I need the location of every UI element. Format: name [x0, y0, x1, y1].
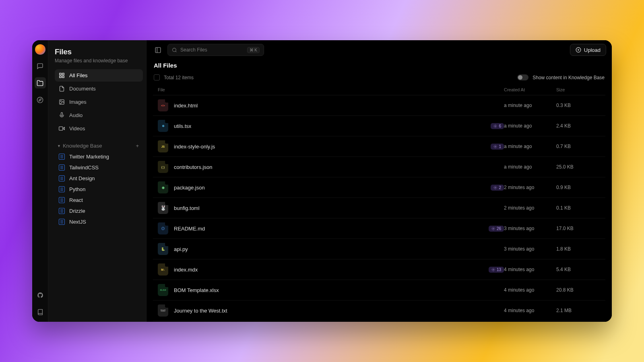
kb-header: ▼ Knowledge Base + [55, 140, 143, 151]
table-row[interactable]: ⚛utils.tsx6a minute ago2.4 KB [153, 116, 605, 136]
app-window: Files Manage files and knowledge base Al… [32, 40, 612, 322]
kb-toggle[interactable] [517, 74, 528, 80]
file-name: bunfig.toml [174, 205, 200, 211]
file-name: api.py [174, 246, 188, 252]
nav-label: Audio [69, 112, 83, 118]
table-row[interactable]: { }contributors.jsona minute ago25.0 KB [153, 157, 605, 177]
file-size: 1.8 KB [556, 246, 601, 252]
file-icon: ⚛ [158, 120, 168, 132]
file-icon: ⓘ [158, 222, 168, 234]
select-all-checkbox[interactable] [154, 74, 160, 80]
search-input[interactable] [180, 47, 244, 53]
table-row[interactable]: ▬sbsresb.pdf32 days ago477.7 KB [153, 321, 605, 322]
grid-icon [59, 72, 65, 78]
kb-item-drizzle[interactable]: Drizzle [55, 206, 143, 216]
image-icon [59, 99, 65, 105]
total-count-label: Total 12 items [164, 75, 194, 80]
plus-icon[interactable]: + [136, 143, 139, 149]
svg-point-18 [495, 146, 496, 147]
table-row[interactable]: 🐍api.py3 minutes ago1.8 KB [153, 239, 605, 259]
table-body: <>index.htmla minute ago0.3 KB⚛utils.tsx… [153, 95, 605, 322]
table-row[interactable]: 🐰bunfig.toml2 minutes ago0.1 KB [153, 198, 605, 218]
table-row[interactable]: JSindex-style-only.js1a minute ago0.7 KB [153, 136, 605, 157]
file-icon: <> [158, 99, 168, 111]
file-created: 3 minutes ago [504, 246, 556, 252]
file-created: 4 minutes ago [504, 287, 556, 293]
sidebar-item-audio[interactable]: Audio [55, 109, 143, 121]
file-name: Journey to the West.txt [174, 308, 227, 314]
file-size: 25.0 KB [556, 164, 601, 170]
avatar[interactable] [35, 44, 45, 55]
file-name: BOM Template.xlsx [174, 287, 219, 293]
file-created: 2 minutes ago [504, 205, 556, 211]
compass-icon[interactable] [35, 94, 46, 105]
kb-label: React [69, 197, 83, 203]
file-size: 0.1 KB [556, 205, 601, 211]
sidebar-item-documents[interactable]: Documents [55, 82, 143, 95]
table-row[interactable]: <>index.htmla minute ago0.3 KB [153, 95, 605, 116]
file-size: 20.8 KB [556, 287, 601, 293]
file-created: 2 minutes ago [504, 185, 556, 190]
usage-badge: 26 [489, 226, 504, 232]
kb-item-ant-design[interactable]: Ant Design [55, 173, 143, 184]
search-field[interactable]: ⌘ K [167, 44, 264, 56]
kb-item-react[interactable]: React [55, 195, 143, 206]
kb-item-tailwindcss[interactable]: TailwindCSS [55, 162, 143, 173]
table-row[interactable]: M↓index.mdx134 minutes ago5.4 KB [153, 259, 605, 280]
topbar: ⌘ K Upload [147, 40, 612, 60]
doc-icon [59, 154, 65, 160]
sidebar-item-videos[interactable]: Videos [55, 122, 143, 135]
book-icon[interactable] [35, 306, 46, 318]
svg-rect-3 [62, 73, 64, 75]
svg-marker-1 [39, 99, 41, 101]
file-icon: ◉ [158, 181, 168, 193]
github-icon[interactable] [35, 290, 46, 301]
col-file: File [158, 87, 473, 92]
file-created: 4 minutes ago [504, 267, 556, 272]
sidebar: Files Manage files and knowledge base Al… [48, 40, 147, 322]
chevron-down-icon[interactable]: ▼ [57, 144, 61, 148]
svg-rect-5 [60, 76, 61, 78]
kb-item-nextjs[interactable]: NextJS [55, 216, 143, 227]
toolbar-row: Total 12 items Show content in Knowledge… [153, 74, 605, 84]
upload-button[interactable]: Upload [570, 44, 606, 56]
table-row[interactable]: ⓘREADME.md263 minutes ago17.0 KB [153, 218, 605, 239]
file-created: a minute ago [504, 103, 556, 108]
doc-icon [59, 219, 65, 225]
kb-item-python[interactable]: Python [55, 184, 143, 195]
table-row[interactable]: XLSXBOM Template.xlsx4 minutes ago20.8 K… [153, 280, 605, 300]
folder-icon[interactable] [35, 77, 46, 88]
file-icon: M↓ [158, 263, 168, 276]
file-size: 2.4 KB [556, 123, 601, 129]
plus-circle-icon [576, 47, 581, 53]
file-icon: 🐍 [158, 243, 168, 255]
nav-label: Images [69, 99, 87, 105]
svg-point-17 [495, 125, 496, 126]
kb-toggle-label: Show content in Knowledge Base [533, 75, 605, 80]
svg-point-7 [60, 101, 61, 101]
sidebar-item-all-files[interactable]: All Files [55, 69, 143, 82]
collapse-sidebar-button[interactable] [152, 44, 163, 56]
svg-rect-4 [62, 76, 64, 78]
kb-item-twitter-marketing[interactable]: Twitter Marketing [55, 151, 143, 162]
table-row[interactable]: TXTJourney to the West.txt4 minutes ago2… [153, 300, 605, 321]
doc-icon [59, 165, 65, 171]
file-size: 5.4 KB [556, 267, 601, 272]
file-icon: 🐰 [158, 202, 168, 214]
file-icon: XLSX [158, 284, 168, 296]
svg-point-12 [173, 48, 176, 51]
kb-label: Ant Design [69, 175, 95, 181]
file-created: a minute ago [504, 123, 556, 129]
kb-label: Drizzle [69, 208, 85, 214]
kb-label: NextJS [69, 219, 86, 225]
file-name: README.md [174, 226, 205, 232]
left-rail [32, 40, 48, 322]
chat-icon[interactable] [35, 60, 46, 72]
kb-header-label: Knowledge Base [63, 143, 102, 149]
table-row[interactable]: ◉package.json22 minutes ago0.9 KB [153, 177, 605, 198]
svg-rect-10 [155, 47, 161, 53]
file-size: 17.0 KB [556, 226, 601, 231]
sidebar-item-images[interactable]: Images [55, 96, 143, 108]
file-name: index.mdx [174, 267, 198, 273]
search-icon [172, 47, 177, 53]
